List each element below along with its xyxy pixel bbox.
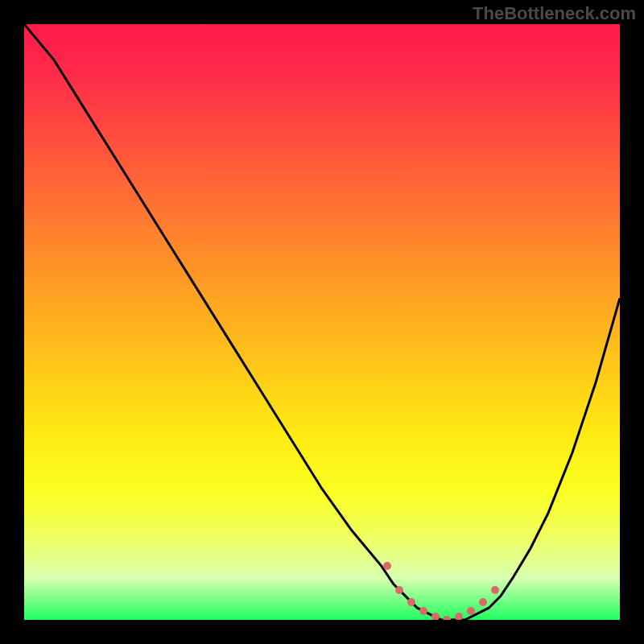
optimal-dot (491, 586, 499, 594)
optimal-dot (407, 598, 415, 606)
optimal-dot (467, 607, 475, 615)
plot-area (24, 24, 620, 620)
optimal-dot (383, 562, 391, 570)
optimal-dot (455, 613, 463, 620)
optimal-dot (479, 598, 487, 606)
optimal-dot (443, 616, 451, 620)
optimal-dots-layer (24, 24, 620, 620)
optimal-dot (419, 607, 427, 615)
watermark-label: TheBottleneck.com (473, 3, 636, 24)
optimal-dot (395, 586, 403, 594)
optimal-dot (431, 613, 440, 620)
